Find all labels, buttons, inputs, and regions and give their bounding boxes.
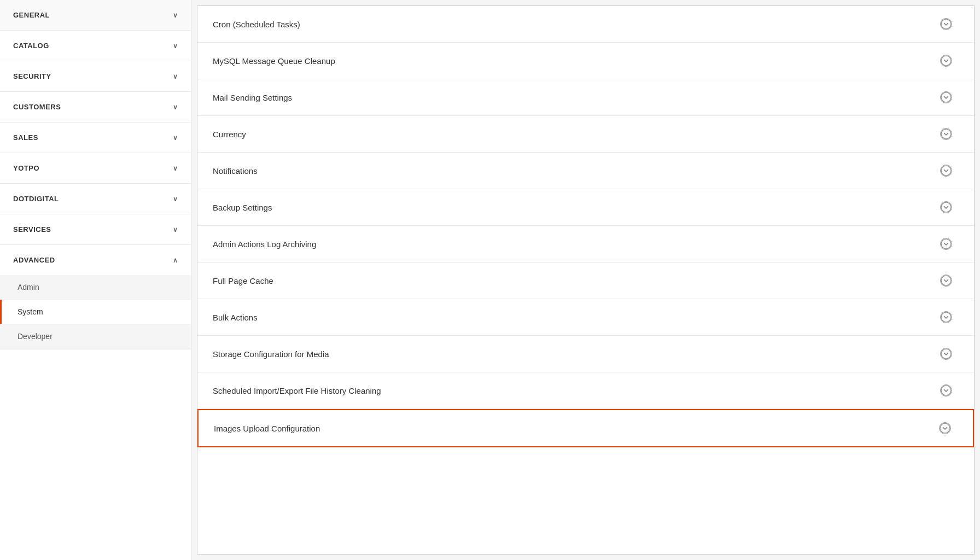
sidebar-item-label-yotpo: YOTPO	[13, 164, 39, 172]
svg-point-4	[941, 166, 951, 176]
chevron-down-icon: ∨	[173, 195, 178, 203]
content-row-3[interactable]: Currency	[197, 116, 974, 153]
chevron-down-icon: ∨	[173, 226, 178, 234]
expand-icon-11[interactable]	[939, 422, 951, 434]
content-row-label-4: Notifications	[213, 166, 258, 176]
content-row-label-7: Full Page Cache	[213, 276, 273, 285]
expand-icon-2[interactable]	[940, 91, 952, 103]
content-row-11[interactable]: Images Upload Configuration	[197, 409, 974, 447]
sidebar-item-header-catalog[interactable]: CATALOG∨	[0, 31, 191, 61]
sidebar-item-customers[interactable]: CUSTOMERS∨	[0, 92, 191, 122]
sidebar-item-security[interactable]: SECURITY∨	[0, 61, 191, 92]
content-row-5[interactable]: Backup Settings	[197, 189, 974, 226]
content-row-label-1: MySQL Message Queue Cleanup	[213, 56, 335, 66]
svg-point-11	[940, 423, 950, 433]
content-row-label-9: Storage Configuration for Media	[213, 349, 329, 359]
sidebar-item-header-sales[interactable]: SALES∨	[0, 122, 191, 153]
sidebar-item-header-dotdigital[interactable]: DOTDIGITAL∨	[0, 184, 191, 214]
expand-icon-4[interactable]	[940, 165, 952, 177]
sidebar-item-header-general[interactable]: GENERAL∨	[0, 0, 191, 30]
sidebar-item-dotdigital[interactable]: DOTDIGITAL∨	[0, 184, 191, 214]
chevron-down-icon: ∨	[173, 42, 178, 50]
content-row-6[interactable]: Admin Actions Log Archiving	[197, 226, 974, 262]
expand-icon-9[interactable]	[940, 348, 952, 360]
sidebar-item-general[interactable]: GENERAL∨	[0, 0, 191, 31]
svg-point-2	[941, 92, 951, 102]
content-row-label-2: Mail Sending Settings	[213, 93, 292, 102]
sidebar-sub-item-developer[interactable]: Developer	[0, 324, 191, 349]
expand-icon-1[interactable]	[940, 55, 952, 67]
content-row-label-10: Scheduled Import/Export File History Cle…	[213, 386, 381, 395]
sidebar-item-label-catalog: CATALOG	[13, 42, 49, 50]
sidebar-item-header-yotpo[interactable]: YOTPO∨	[0, 153, 191, 183]
sidebar-item-label-services: SERVICES	[13, 225, 51, 234]
svg-point-1	[941, 56, 951, 66]
sidebar-item-header-services[interactable]: SERVICES∨	[0, 214, 191, 244]
svg-point-10	[941, 386, 951, 395]
chevron-up-icon: ∧	[173, 256, 178, 264]
content-row-10[interactable]: Scheduled Import/Export File History Cle…	[197, 372, 974, 409]
svg-point-0	[941, 19, 951, 29]
content-row-label-5: Backup Settings	[213, 203, 272, 212]
chevron-down-icon: ∨	[173, 11, 178, 19]
content-row-4[interactable]: Notifications	[197, 153, 974, 189]
content-row-label-0: Cron (Scheduled Tasks)	[213, 20, 300, 29]
svg-point-8	[941, 312, 951, 322]
sidebar-sub-item-system[interactable]: System	[0, 300, 191, 324]
expand-icon-10[interactable]	[940, 384, 952, 396]
expand-icon-0[interactable]	[940, 18, 952, 30]
main-content: Cron (Scheduled Tasks) MySQL Message Que…	[197, 5, 975, 555]
chevron-down-icon: ∨	[173, 165, 178, 172]
svg-point-9	[941, 349, 951, 359]
sidebar-item-label-advanced: ADVANCED	[13, 256, 55, 264]
sidebar-sub-items-advanced: AdminSystemDeveloper	[0, 275, 191, 349]
sidebar-item-header-advanced[interactable]: ADVANCED∧	[0, 245, 191, 275]
svg-point-5	[941, 202, 951, 212]
sidebar-item-label-general: GENERAL	[13, 11, 50, 19]
chevron-down-icon: ∨	[173, 103, 178, 111]
content-row-label-3: Currency	[213, 130, 246, 139]
expand-icon-6[interactable]	[940, 238, 952, 250]
sidebar-item-label-dotdigital: DOTDIGITAL	[13, 195, 59, 203]
sidebar-item-services[interactable]: SERVICES∨	[0, 214, 191, 245]
sidebar-item-sales[interactable]: SALES∨	[0, 122, 191, 153]
sidebar-item-advanced[interactable]: ADVANCED∧AdminSystemDeveloper	[0, 245, 191, 349]
content-row-0[interactable]: Cron (Scheduled Tasks)	[197, 6, 974, 43]
svg-point-6	[941, 239, 951, 249]
sidebar-item-label-sales: SALES	[13, 133, 38, 142]
expand-icon-5[interactable]	[940, 201, 952, 213]
content-row-label-8: Bulk Actions	[213, 313, 258, 322]
sidebar-item-label-customers: CUSTOMERS	[13, 103, 61, 111]
content-row-8[interactable]: Bulk Actions	[197, 299, 974, 336]
sidebar-item-header-customers[interactable]: CUSTOMERS∨	[0, 92, 191, 122]
sidebar-sub-item-admin[interactable]: Admin	[0, 275, 191, 300]
svg-point-3	[941, 129, 951, 139]
expand-icon-8[interactable]	[940, 311, 952, 323]
sidebar-item-header-security[interactable]: SECURITY∨	[0, 61, 191, 91]
chevron-down-icon: ∨	[173, 134, 178, 142]
sidebar-item-yotpo[interactable]: YOTPO∨	[0, 153, 191, 184]
sidebar-item-catalog[interactable]: CATALOG∨	[0, 31, 191, 61]
sidebar: GENERAL∨CATALOG∨SECURITY∨CUSTOMERS∨SALES…	[0, 0, 191, 560]
content-row-7[interactable]: Full Page Cache	[197, 262, 974, 299]
content-row-label-6: Admin Actions Log Archiving	[213, 240, 316, 249]
svg-point-7	[941, 276, 951, 285]
expand-icon-3[interactable]	[940, 128, 952, 140]
content-row-9[interactable]: Storage Configuration for Media	[197, 336, 974, 372]
expand-icon-7[interactable]	[940, 275, 952, 287]
chevron-down-icon: ∨	[173, 73, 178, 80]
content-row-2[interactable]: Mail Sending Settings	[197, 79, 974, 116]
content-row-1[interactable]: MySQL Message Queue Cleanup	[197, 43, 974, 79]
content-row-label-11: Images Upload Configuration	[214, 424, 320, 433]
sidebar-item-label-security: SECURITY	[13, 72, 51, 80]
